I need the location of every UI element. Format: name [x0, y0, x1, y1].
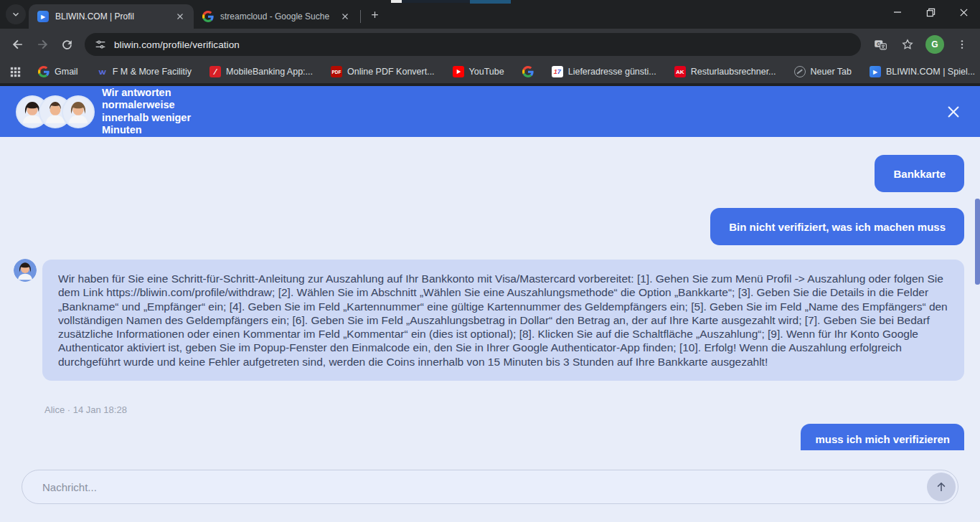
close-icon — [959, 8, 969, 17]
agent-avatar-3 — [62, 95, 95, 128]
toolbar-actions: G G — [868, 32, 974, 57]
pending-user-message-bubble: muss ich mich verifizieren — [801, 424, 964, 450]
google-g-icon — [38, 66, 50, 77]
bookmark-pdf-converter[interactable]: PDF Online PDF Konvert... — [331, 66, 435, 77]
youtube-icon — [453, 66, 464, 77]
bookmark-google[interactable] — [522, 66, 534, 77]
bliwin-favicon-icon: ▶ — [37, 11, 49, 22]
translate-button[interactable]: G — [868, 32, 892, 57]
back-button[interactable] — [6, 32, 30, 57]
site-settings-icon[interactable] — [95, 39, 106, 50]
tab-close-icon[interactable] — [174, 10, 187, 23]
banner-text: Wir antworten normalerweise innerhalb we… — [102, 87, 194, 137]
message-timestamp: Alice · 14 Jan 18:28 — [44, 404, 127, 415]
bookmark-fm-more-facility[interactable]: vv F M & More Facilitiy — [96, 66, 192, 77]
back-icon — [11, 37, 25, 52]
minimize-button[interactable] — [881, 0, 914, 24]
agent-message-bubble: Wir haben für Sie eine Schritt-für-Schri… — [42, 260, 964, 381]
banner-close-button[interactable] — [943, 101, 964, 123]
send-button[interactable] — [927, 473, 956, 501]
tab-title: streamcloud - Google Suche — [220, 11, 339, 22]
kebab-menu-icon — [956, 39, 968, 50]
google-g-icon — [522, 66, 534, 77]
forward-icon — [35, 37, 50, 52]
close-icon — [946, 104, 961, 120]
restore-icon — [926, 8, 936, 17]
ak-logo-icon: AK — [674, 66, 686, 77]
bookmark-lieferadresse[interactable]: 17 Lieferadresse günsti... — [552, 66, 656, 77]
forward-button[interactable] — [30, 32, 55, 57]
menu-button[interactable] — [950, 32, 974, 57]
tab-streamcloud[interactable]: streamcloud - Google Suche — [194, 4, 359, 29]
message-input-bar — [22, 470, 958, 504]
bliwin-favicon-icon: ▶ — [870, 66, 881, 77]
bookmark-star-button[interactable] — [895, 32, 920, 57]
close-window-button[interactable] — [947, 0, 980, 24]
bookmark-resturlaubsrechner[interactable]: AK Resturlaubsrechner... — [674, 66, 776, 77]
google-favicon-icon — [202, 11, 214, 22]
browser-toolbar: bliwin.com/profile/verification G G — [0, 29, 980, 60]
tab-strip: ▶ BLIWIN.COM | Profil streamcloud - Goog… — [0, 0, 980, 29]
agent-avatars — [16, 95, 95, 128]
star-icon — [901, 38, 914, 51]
reload-button[interactable] — [55, 32, 79, 57]
address-bar[interactable]: bliwin.com/profile/verification — [85, 33, 861, 56]
reload-icon — [60, 38, 74, 52]
bookmark-mobilebanking[interactable]: ⁄ MobileBanking App:... — [209, 66, 313, 77]
tab-close-icon[interactable] — [339, 10, 352, 23]
banking-app-icon: ⁄ — [209, 66, 221, 77]
artifact-dark-strip — [402, 0, 470, 3]
window-controls — [881, 0, 980, 24]
user-message-bubble: Bankkarte — [875, 155, 964, 192]
restore-button[interactable] — [914, 0, 947, 24]
arrow-up-icon — [935, 480, 948, 493]
bookmark-gmail[interactable]: Gmail — [38, 66, 78, 77]
new-tab-button[interactable] — [365, 5, 384, 24]
message-input[interactable] — [42, 481, 927, 493]
tab-search-button[interactable] — [6, 4, 26, 24]
profile-avatar[interactable]: G — [925, 35, 944, 54]
chat-header-banner: Wir antworten normalerweise innerhalb we… — [0, 86, 980, 137]
user-message-bubble: Bin nicht verifiziert, was ich machen mu… — [710, 208, 964, 245]
lieferadresse-icon: 17 — [552, 66, 563, 77]
bookmark-bliwin[interactable]: ▶ BLIWIN.COM | Spiel... — [870, 66, 975, 77]
url-text[interactable]: bliwin.com/profile/verification — [114, 39, 240, 50]
plus-icon — [369, 9, 380, 20]
translate-icon: G — [874, 38, 887, 52]
bookmarks-bar: Gmail vv F M & More Facilitiy ⁄ MobileBa… — [0, 60, 980, 83]
globe-icon — [794, 66, 806, 77]
tab-bliwin-profil[interactable]: ▶ BLIWIN.COM | Profil — [29, 4, 194, 29]
tab-divider — [360, 10, 361, 23]
bookmark-neuer-tab[interactable]: Neuer Tab — [794, 66, 852, 77]
fm-logo-icon: vv — [96, 66, 108, 77]
pdf-icon: PDF — [331, 66, 342, 77]
artifact-blue-strip — [470, 0, 511, 4]
browser-window: ▶ BLIWIN.COM | Profil streamcloud - Goog… — [0, 0, 980, 522]
chat-scrollbar-thumb[interactable] — [975, 199, 980, 285]
chevron-down-icon — [11, 9, 21, 19]
tab-title: BLIWIN.COM | Profil — [55, 11, 174, 22]
apps-grid-icon[interactable] — [10, 67, 21, 77]
chat-page: Alice · 14 Jan 18:24 Wir antworten norma… — [0, 83, 980, 522]
bookmark-youtube[interactable]: YouTube — [453, 66, 504, 77]
agent-message-avatar — [14, 259, 37, 282]
minimize-icon — [893, 8, 902, 16]
